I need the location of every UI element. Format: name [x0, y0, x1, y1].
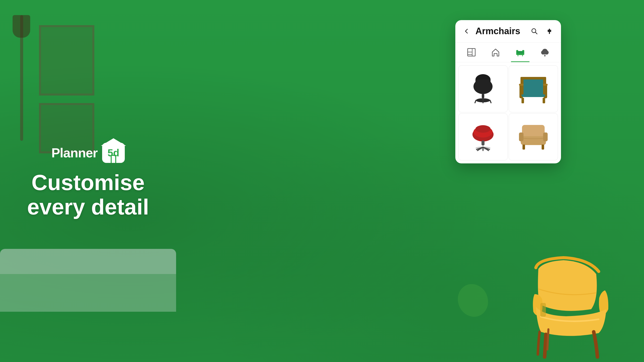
tagline-line1: Customise — [27, 170, 149, 195]
logo-badge-roof — [101, 138, 126, 146]
svg-point-7 — [541, 51, 545, 55]
svg-rect-39 — [522, 145, 525, 150]
pin-button[interactable] — [544, 26, 555, 37]
svg-rect-12 — [482, 94, 484, 98]
tagline-line2: every detail — [27, 195, 149, 219]
floorplan-icon — [467, 48, 476, 57]
yellow-armchair-decoration — [518, 249, 624, 362]
tab-outdoor[interactable] — [536, 46, 554, 59]
modal-header: Armchairs — [455, 20, 561, 42]
chair-image-1 — [467, 73, 499, 105]
item-card-1[interactable] — [458, 65, 508, 112]
search-button[interactable] — [529, 26, 540, 37]
svg-rect-20 — [520, 77, 546, 79]
pin-icon — [546, 28, 553, 35]
svg-rect-41 — [540, 303, 546, 317]
left-content: Planner 5d Customise every detail — [0, 0, 176, 362]
home-icon — [491, 48, 500, 57]
tan-armchair-svg — [517, 121, 550, 153]
svg-rect-23 — [519, 84, 524, 86]
svg-rect-21 — [521, 98, 524, 103]
tree-icon — [540, 48, 550, 57]
yellow-chair-svg — [518, 249, 624, 362]
svg-point-34 — [475, 147, 491, 150]
svg-rect-24 — [543, 84, 548, 86]
svg-rect-28 — [481, 141, 485, 146]
svg-rect-9 — [544, 55, 545, 57]
teal-wood-chair-svg — [517, 73, 550, 105]
back-button[interactable] — [461, 26, 471, 36]
logo-text: Planner — [51, 145, 98, 160]
back-arrow-icon — [463, 28, 470, 35]
modal-panel: Armchairs — [455, 20, 561, 163]
tab-furniture[interactable] — [511, 45, 530, 60]
black-swivel-chair-svg — [468, 73, 498, 105]
svg-rect-40 — [542, 145, 544, 150]
logo-badge: 5d — [102, 143, 125, 163]
chair-image-2 — [517, 73, 550, 105]
modal-title: Armchairs — [475, 26, 525, 36]
item-card-4[interactable] — [509, 113, 558, 160]
item-card-3[interactable] — [458, 113, 508, 160]
items-grid — [455, 62, 561, 163]
svg-rect-17 — [522, 78, 544, 90]
tab-home[interactable] — [487, 46, 504, 59]
svg-rect-5 — [517, 51, 524, 54]
svg-rect-38 — [543, 132, 548, 141]
category-tabs — [455, 42, 561, 62]
tab-floorplan[interactable] — [463, 46, 480, 59]
item-card-2[interactable] — [509, 65, 558, 112]
red-swivel-chair-svg — [468, 120, 498, 154]
furniture-icon — [515, 47, 526, 58]
svg-point-27 — [475, 125, 491, 133]
chair-image-4 — [517, 121, 550, 153]
plant — [458, 284, 488, 317]
svg-rect-36 — [522, 125, 545, 136]
logo-badge-door — [111, 155, 116, 163]
chair-image-3 — [467, 121, 499, 153]
search-icon — [531, 27, 538, 35]
svg-point-8 — [545, 51, 549, 55]
tagline: Customise every detail — [27, 170, 149, 219]
svg-rect-37 — [519, 132, 524, 141]
svg-rect-22 — [543, 98, 545, 103]
logo-container: Planner 5d — [51, 143, 125, 163]
